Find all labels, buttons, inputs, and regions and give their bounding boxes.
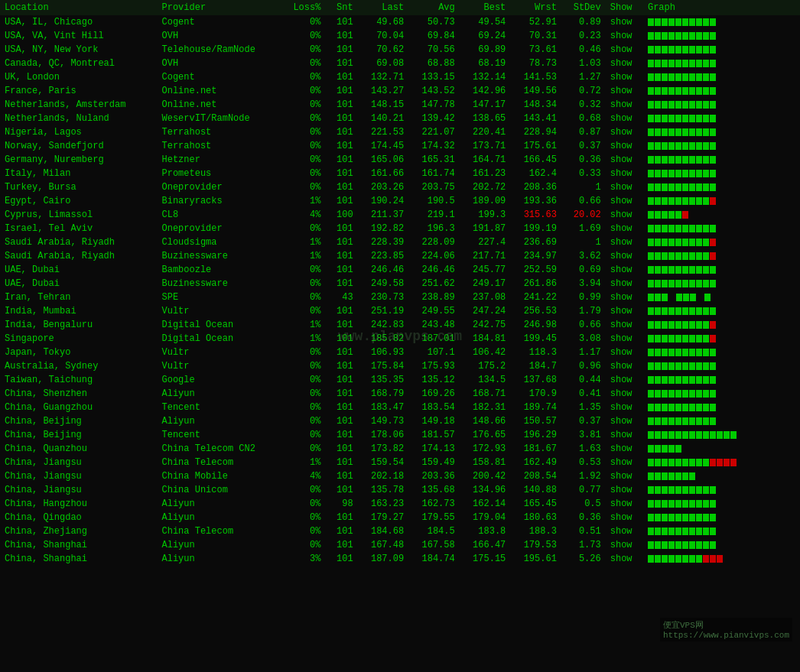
show-link[interactable]: show bbox=[610, 99, 633, 110]
show-link[interactable]: show bbox=[610, 361, 633, 372]
show-link[interactable]: show bbox=[610, 347, 633, 358]
cell-show[interactable]: show bbox=[606, 359, 643, 373]
show-link[interactable]: show bbox=[610, 540, 633, 550]
cell-avg: 238.89 bbox=[408, 291, 460, 304]
graph-bar bbox=[675, 73, 681, 81]
cell-show[interactable]: show bbox=[606, 373, 643, 387]
cell-show[interactable]: show bbox=[606, 414, 643, 428]
show-link[interactable]: show bbox=[610, 457, 633, 468]
cell-show[interactable]: show bbox=[606, 98, 643, 112]
cell-show[interactable]: show bbox=[606, 139, 643, 153]
graph-bar bbox=[703, 115, 709, 122]
show-link[interactable]: show bbox=[610, 402, 633, 413]
cell-stdev: 0.46 bbox=[561, 43, 606, 57]
table-row: India, BengaluruDigital Ocean1%101242.83… bbox=[0, 318, 800, 332]
show-link[interactable]: show bbox=[610, 375, 633, 385]
show-link[interactable]: show bbox=[610, 58, 633, 69]
show-link[interactable]: show bbox=[610, 512, 633, 523]
cell-show[interactable]: show bbox=[606, 552, 643, 566]
cell-show[interactable]: show bbox=[606, 456, 643, 469]
cell-show[interactable]: show bbox=[606, 387, 643, 401]
cell-show[interactable]: show bbox=[606, 29, 643, 43]
show-link[interactable]: show bbox=[610, 31, 633, 41]
cell-show[interactable]: show bbox=[606, 497, 643, 511]
cell-graph bbox=[643, 346, 800, 359]
cell-show[interactable]: show bbox=[606, 208, 643, 222]
show-link[interactable]: show bbox=[610, 44, 633, 55]
show-link[interactable]: show bbox=[610, 430, 633, 440]
graph-bar bbox=[689, 280, 695, 287]
cell-last: 175.84 bbox=[358, 359, 409, 373]
show-link[interactable]: show bbox=[610, 209, 633, 220]
show-link[interactable]: show bbox=[610, 154, 633, 165]
cell-show[interactable]: show bbox=[606, 277, 643, 291]
cell-show[interactable]: show bbox=[606, 304, 643, 318]
show-link[interactable]: show bbox=[610, 333, 633, 344]
show-link[interactable]: show bbox=[610, 141, 633, 151]
show-link[interactable]: show bbox=[610, 237, 633, 248]
cell-show[interactable]: show bbox=[606, 57, 643, 70]
cell-show[interactable]: show bbox=[606, 235, 643, 249]
cell-show[interactable]: show bbox=[606, 263, 643, 277]
cell-show[interactable]: show bbox=[606, 318, 643, 332]
cell-show[interactable]: show bbox=[606, 222, 643, 235]
cell-show[interactable]: show bbox=[606, 249, 643, 263]
show-link[interactable]: show bbox=[610, 265, 633, 275]
show-link[interactable]: show bbox=[610, 127, 633, 138]
cell-show[interactable]: show bbox=[606, 442, 643, 456]
cell-show[interactable]: show bbox=[606, 346, 643, 359]
show-link[interactable]: show bbox=[610, 168, 633, 179]
cell-show[interactable]: show bbox=[606, 469, 643, 483]
cell-show[interactable]: show bbox=[606, 15, 643, 29]
cell-show[interactable]: show bbox=[606, 194, 643, 208]
show-link[interactable]: show bbox=[610, 498, 633, 509]
cell-show[interactable]: show bbox=[606, 153, 643, 167]
cell-show[interactable]: show bbox=[606, 483, 643, 497]
show-link[interactable]: show bbox=[610, 113, 633, 124]
cell-show[interactable]: show bbox=[606, 180, 643, 194]
cell-show[interactable]: show bbox=[606, 538, 643, 552]
graph-bar-container bbox=[648, 17, 795, 28]
graph-bar bbox=[655, 541, 661, 549]
cell-show[interactable]: show bbox=[606, 511, 643, 524]
show-link[interactable]: show bbox=[610, 292, 633, 303]
show-link[interactable]: show bbox=[610, 182, 633, 193]
cell-loss: 1% bbox=[281, 332, 326, 346]
cell-show[interactable]: show bbox=[606, 43, 643, 57]
graph-bar bbox=[675, 335, 681, 342]
graph-bar-container bbox=[648, 99, 795, 110]
show-link[interactable]: show bbox=[610, 526, 633, 537]
show-link[interactable]: show bbox=[610, 196, 633, 206]
cell-show[interactable]: show bbox=[606, 428, 643, 442]
show-link[interactable]: show bbox=[610, 554, 633, 564]
show-link[interactable]: show bbox=[610, 443, 633, 454]
cell-show[interactable]: show bbox=[606, 125, 643, 139]
cell-show[interactable]: show bbox=[606, 70, 643, 84]
show-link[interactable]: show bbox=[610, 388, 633, 399]
cell-show[interactable]: show bbox=[606, 401, 643, 414]
cell-stdev: 1.73 bbox=[561, 538, 606, 552]
show-link[interactable]: show bbox=[610, 471, 633, 482]
show-link[interactable]: show bbox=[610, 17, 633, 28]
cell-show[interactable]: show bbox=[606, 332, 643, 346]
cell-show[interactable]: show bbox=[606, 167, 643, 180]
cell-show[interactable]: show bbox=[606, 524, 643, 538]
show-link[interactable]: show bbox=[610, 416, 633, 427]
show-link[interactable]: show bbox=[610, 485, 633, 495]
show-link[interactable]: show bbox=[610, 278, 633, 289]
cell-provider: Vultr bbox=[157, 304, 281, 318]
graph-bar bbox=[655, 390, 661, 398]
show-link[interactable]: show bbox=[610, 320, 633, 330]
show-link[interactable]: show bbox=[610, 86, 633, 96]
cell-show[interactable]: show bbox=[606, 112, 643, 125]
show-link[interactable]: show bbox=[610, 251, 633, 261]
graph-bar bbox=[682, 390, 688, 398]
cell-wrst: 149.56 bbox=[510, 84, 561, 98]
show-link[interactable]: show bbox=[610, 72, 633, 83]
cell-snt: 101 bbox=[325, 15, 357, 29]
cell-wrst: 148.34 bbox=[510, 98, 561, 112]
cell-show[interactable]: show bbox=[606, 84, 643, 98]
show-link[interactable]: show bbox=[610, 306, 633, 317]
cell-show[interactable]: show bbox=[606, 291, 643, 304]
show-link[interactable]: show bbox=[610, 223, 633, 234]
